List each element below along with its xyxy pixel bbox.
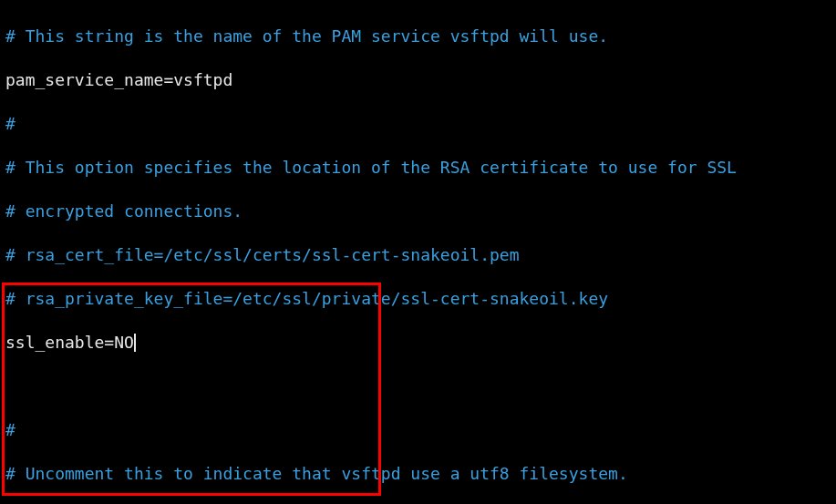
config-comment: # bbox=[5, 114, 15, 133]
config-comment: # encrypted connections. bbox=[5, 201, 243, 221]
config-comment: # rsa_cert_file=/etc/ssl/certs/ssl-cert-… bbox=[5, 245, 520, 264]
config-comment: # bbox=[5, 420, 15, 439]
config-directive: ssl_enable=NO bbox=[5, 333, 134, 352]
config-directive: pam_service_name=vsftpd bbox=[5, 70, 232, 89]
config-comment: # This option specifies the location of … bbox=[5, 158, 737, 177]
config-editor[interactable]: # This string is the name of the PAM ser… bbox=[0, 0, 836, 504]
text-cursor bbox=[134, 334, 136, 352]
config-comment: # Uncomment this to indicate that vsftpd… bbox=[5, 464, 628, 483]
config-comment: # This string is the name of the PAM ser… bbox=[5, 26, 608, 46]
config-comment: # rsa_private_key_file=/etc/ssl/private/… bbox=[5, 289, 608, 308]
